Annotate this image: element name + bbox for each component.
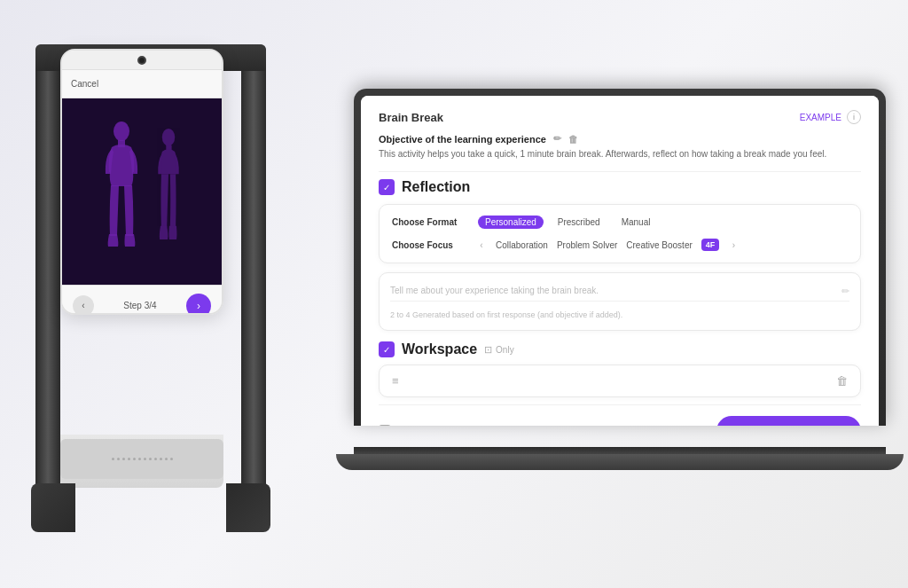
only-label: Only <box>496 345 514 355</box>
speaker-area <box>60 439 223 479</box>
focus-creative-booster: Creative Booster <box>626 240 692 250</box>
step-text: Step 3/4 <box>123 301 156 310</box>
format-options: Personalized Prescribed Manual <box>478 216 657 229</box>
objective-description: This activity helps you take a quick, 1 … <box>379 148 861 161</box>
laptop-base <box>336 454 904 470</box>
focus-badge: 4F <box>701 239 720 251</box>
reflection-header: ✓ Reflection <box>379 179 861 195</box>
app-header: Brain Break EXAMPLE i <box>379 110 861 124</box>
app-content: Brain Break EXAMPLE i Objective of the l… <box>361 96 879 426</box>
input-edit-icon: ✏ <box>841 286 849 297</box>
input-wrapper: Tell me about your experience taking the… <box>390 280 849 302</box>
silhouette-area <box>62 98 222 285</box>
base-left <box>31 483 75 532</box>
objective-section: Objective of the learning experience ✏ 🗑… <box>379 133 861 161</box>
svg-point-2 <box>162 129 175 146</box>
info-icon[interactable]: i <box>847 110 861 124</box>
robot-head: Cancel <box>60 49 223 315</box>
workspace-trash-icon[interactable]: 🗑 <box>836 374 848 388</box>
focus-problem-solver: Problem Solver <box>557 240 617 250</box>
app-title: Brain Break <box>379 111 443 124</box>
input-container: Tell me about your experience taking the… <box>379 272 861 331</box>
divider-1 <box>379 171 861 172</box>
silhouette-front <box>99 121 144 263</box>
focus-collaboration: Collaboration <box>496 240 548 250</box>
bottom-bar: Assign from Return to Dashboard <box>379 404 861 426</box>
focus-nav: ‹ Collaboration Problem Solver Creative … <box>474 238 740 252</box>
screen-header: Cancel <box>62 70 222 98</box>
format-manual[interactable]: Manual <box>614 216 658 229</box>
workspace-badge: ⊡ Only <box>484 344 514 356</box>
workspace-card: ≡ 🗑 <box>379 365 861 397</box>
laptop-screen-bezel: Brain Break EXAMPLE i Objective of the l… <box>361 96 879 426</box>
assign-from: Assign from <box>379 425 443 426</box>
reflection-heading: Reflection <box>402 179 470 195</box>
hamburger-icon: ≡ <box>392 374 399 388</box>
assign-icon <box>379 425 391 426</box>
laptop-screen-content: Brain Break EXAMPLE i Objective of the l… <box>361 96 879 426</box>
focus-next[interactable]: › <box>726 238 740 252</box>
robot-device: Cancel <box>27 18 275 550</box>
objective-title: Objective of the learning experience ✏ 🗑 <box>379 133 861 145</box>
workspace-header: ✓ Workspace ⊡ Only <box>379 341 861 357</box>
pole-left <box>35 44 60 514</box>
example-badge: EXAMPLE i <box>800 110 861 124</box>
workspace-heading: Workspace <box>402 341 477 357</box>
input-placeholder-text[interactable]: Tell me about your experience taking the… <box>390 280 849 302</box>
return-dashboard-button[interactable]: Return to Dashboard <box>716 416 861 426</box>
laptop: Brain Break EXAMPLE i Objective of the l… <box>354 89 886 470</box>
workspace-checkbox[interactable]: ✓ <box>379 341 395 357</box>
focus-prev[interactable]: ‹ <box>474 238 489 252</box>
camera-lens <box>137 56 146 65</box>
reflection-card: Choose Format Personalized Prescribed Ma… <box>379 204 861 263</box>
delete-icon[interactable]: 🗑 <box>568 134 578 145</box>
reflection-checkbox[interactable]: ✓ <box>379 179 395 195</box>
example-label: EXAMPLE <box>800 113 841 122</box>
cancel-text: Cancel <box>71 79 98 89</box>
format-label: Choose Format <box>392 217 467 227</box>
device-icon: ⊡ <box>484 344 492 356</box>
svg-point-0 <box>114 122 129 141</box>
silhouette-side <box>153 125 184 258</box>
base-right <box>226 483 270 532</box>
format-prescribed[interactable]: Prescribed <box>551 216 607 229</box>
edit-icon[interactable]: ✏ <box>553 133 561 145</box>
laptop-screen-outer: Brain Break EXAMPLE i Objective of the l… <box>354 89 886 426</box>
screen-bottom: ‹ Step 3/4 › <box>62 285 222 315</box>
next-button[interactable]: › <box>186 294 211 316</box>
focus-items: Collaboration Problem Solver Creative Bo… <box>496 239 719 251</box>
back-button[interactable]: ‹ <box>73 295 94 316</box>
format-row: Choose Format Personalized Prescribed Ma… <box>392 216 848 229</box>
pole-right <box>241 44 266 514</box>
generated-text: 2 to 4 Generated based on first response… <box>390 307 849 323</box>
focus-label: Choose Focus <box>392 240 467 250</box>
format-personalized[interactable]: Personalized <box>478 216 544 229</box>
laptop-hinge <box>354 447 886 454</box>
focus-row: Choose Focus ‹ Collaboration Problem Sol… <box>392 238 848 252</box>
